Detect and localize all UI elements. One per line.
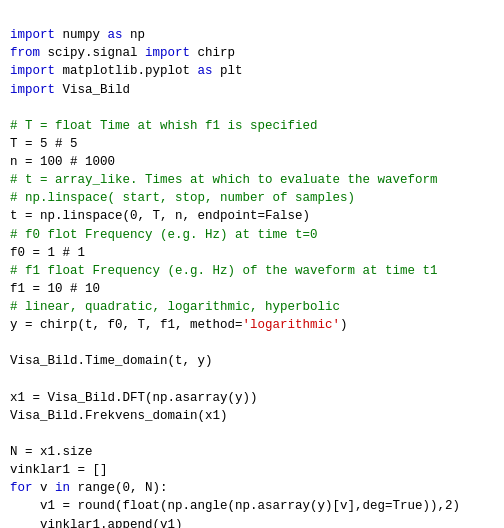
code-line: import matplotlib.pyplot as plt xyxy=(10,62,494,80)
code-line: vinklar1.append(v1) xyxy=(10,516,494,529)
code-token: f0 = 1 # 1 xyxy=(10,246,85,260)
code-line: N = x1.size xyxy=(10,443,494,461)
code-token: 'logarithmic' xyxy=(243,318,341,332)
code-token: vinklar1.append(v1) xyxy=(10,518,183,529)
code-line xyxy=(10,334,494,352)
code-line: y = chirp(t, f0, T, f1, method='logarith… xyxy=(10,316,494,334)
code-line: # linear, quadratic, logarithmic, hyperb… xyxy=(10,298,494,316)
code-token: for xyxy=(10,481,33,495)
code-line: # np.linspace( start, stop, number of sa… xyxy=(10,189,494,207)
code-line: f0 = 1 # 1 xyxy=(10,244,494,262)
code-token: t = np.linspace(0, T, n, endpoint=False) xyxy=(10,209,310,223)
code-token: f1 = 10 # 10 xyxy=(10,282,100,296)
code-token: plt xyxy=(213,64,243,78)
code-line: vinklar1 = [] xyxy=(10,461,494,479)
code-line: # t = array_like. Times at which to eval… xyxy=(10,171,494,189)
code-token: import xyxy=(10,28,55,42)
code-token: Visa_Bild.Time_domain(t, y) xyxy=(10,354,213,368)
code-token: T = 5 # 5 xyxy=(10,137,78,151)
code-token: # np.linspace( start, stop, number of sa… xyxy=(10,191,355,205)
code-token: import xyxy=(145,46,190,60)
code-line: Visa_Bild.Time_domain(t, y) xyxy=(10,352,494,370)
code-token: chirp xyxy=(190,46,235,60)
code-line: t = np.linspace(0, T, n, endpoint=False) xyxy=(10,207,494,225)
code-token: Visa_Bild xyxy=(55,83,130,97)
code-token: # f0 flot Frequency (e.g. Hz) at time t=… xyxy=(10,228,318,242)
code-token: vinklar1 = [] xyxy=(10,463,108,477)
code-token: # T = float Time at whish f1 is specifie… xyxy=(10,119,318,133)
code-line: f1 = 10 # 10 xyxy=(10,280,494,298)
code-token: matplotlib.pyplot xyxy=(55,64,198,78)
code-line: for v in range(0, N): xyxy=(10,479,494,497)
code-token: Visa_Bild.Frekvens_domain(x1) xyxy=(10,409,228,423)
code-line: # f0 flot Frequency (e.g. Hz) at time t=… xyxy=(10,226,494,244)
code-token: as xyxy=(198,64,213,78)
code-line: v1 = round(float(np.angle(np.asarray(y)[… xyxy=(10,497,494,515)
code-token: range(0, N): xyxy=(70,481,168,495)
code-line xyxy=(10,99,494,117)
code-token: y = chirp(t, f0, T, f1, method= xyxy=(10,318,243,332)
code-token: ) xyxy=(340,318,348,332)
code-token: v xyxy=(33,481,56,495)
code-line: import Visa_Bild xyxy=(10,81,494,99)
code-token: x1 = Visa_Bild.DFT(np.asarray(y)) xyxy=(10,391,258,405)
code-token: import xyxy=(10,83,55,97)
code-token: v1 = round(float(np.angle(np.asarray(y)[… xyxy=(10,499,460,513)
code-token: # linear, quadratic, logarithmic, hyperb… xyxy=(10,300,340,314)
code-line: T = 5 # 5 xyxy=(10,135,494,153)
code-line: n = 100 # 1000 xyxy=(10,153,494,171)
code-token: # f1 float Frequency (e.g. Hz) of the wa… xyxy=(10,264,438,278)
code-line xyxy=(10,425,494,443)
code-token: scipy.signal xyxy=(40,46,145,60)
code-token: np xyxy=(123,28,146,42)
code-line: # f1 float Frequency (e.g. Hz) of the wa… xyxy=(10,262,494,280)
code-token: import xyxy=(10,64,55,78)
code-line: from scipy.signal import chirp xyxy=(10,44,494,62)
code-token: in xyxy=(55,481,70,495)
code-token: from xyxy=(10,46,40,60)
code-token: N = x1.size xyxy=(10,445,93,459)
code-token: # t = array_like. Times at which to eval… xyxy=(10,173,438,187)
code-line xyxy=(10,371,494,389)
code-token: numpy xyxy=(55,28,108,42)
code-line: Visa_Bild.Frekvens_domain(x1) xyxy=(10,407,494,425)
code-line: # T = float Time at whish f1 is specifie… xyxy=(10,117,494,135)
code-token: n = 100 # 1000 xyxy=(10,155,115,169)
code-line: import numpy as np xyxy=(10,26,494,44)
code-line: x1 = Visa_Bild.DFT(np.asarray(y)) xyxy=(10,389,494,407)
code-editor: import numpy as npfrom scipy.signal impo… xyxy=(0,0,504,528)
code-token: as xyxy=(108,28,123,42)
